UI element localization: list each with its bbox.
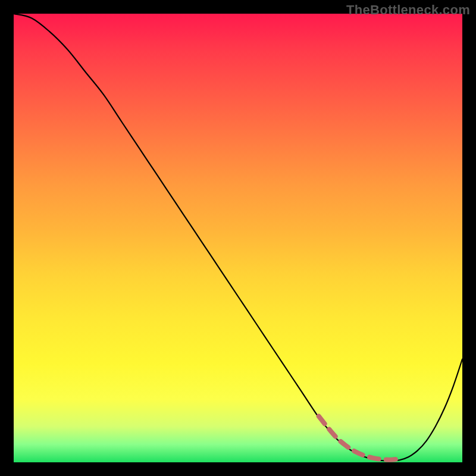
optimal-range-dashes bbox=[319, 416, 400, 460]
watermark-text: TheBottleneck.com bbox=[346, 2, 470, 18]
bottleneck-plot-svg bbox=[14, 14, 462, 462]
bottleneck-curve bbox=[14, 14, 462, 461]
chart-area bbox=[14, 14, 462, 462]
